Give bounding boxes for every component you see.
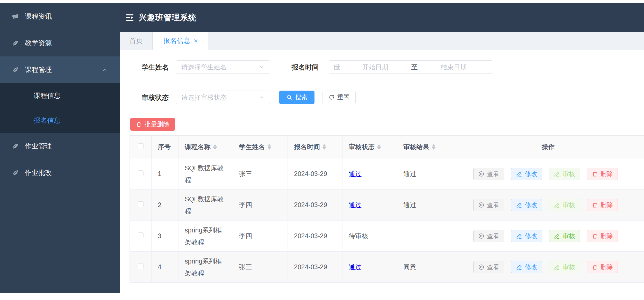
pencil-icon [516, 233, 522, 239]
eye-icon [478, 264, 484, 270]
cell-student: 张三 [233, 252, 288, 283]
row-checkbox[interactable] [138, 232, 144, 238]
row-checkbox[interactable] [138, 201, 144, 207]
sort-carets[interactable] [213, 144, 217, 150]
delete-button[interactable]: 删除 [587, 230, 618, 242]
cell-time: 2024-03-29 [288, 158, 342, 189]
column-header-result: 审核结果 [403, 143, 429, 151]
column-header-course: 课程名称 [185, 143, 211, 151]
pencil-icon [554, 171, 560, 177]
column-header-status: 审核状态 [349, 143, 375, 151]
sidebar-item-homework-management[interactable]: 作业管理 [0, 133, 120, 159]
edit-button[interactable]: 修改 [511, 261, 542, 273]
status-text: 待审核 [349, 232, 368, 239]
audit-button-disabled[interactable]: 审核 [549, 168, 580, 180]
table-row: 2 SQL数据库教程 李四 2024-03-29 通过 通过 查看 修改 审核 … [130, 189, 644, 221]
table-row: 3 spring系列框架教程 李四 2024-03-29 待审核 查看 修改 审… [130, 221, 644, 252]
pencil-icon [554, 233, 560, 239]
calendar-icon [334, 63, 341, 71]
student-name-select[interactable]: 请选择学生姓名 [176, 60, 270, 74]
reset-button[interactable]: 重置 [323, 91, 356, 104]
audit-status-select[interactable]: 请选择审核状态 [176, 91, 270, 104]
megaphone-icon [11, 13, 19, 20]
trash-icon [592, 202, 598, 208]
sidebar-item-signup-info[interactable]: 报名信息 [0, 108, 120, 133]
status-link[interactable]: 通过 [349, 263, 362, 270]
cell-course: SQL数据库教程 [185, 162, 226, 186]
sidebar-item-label: 作业批改 [25, 168, 52, 177]
edit-button[interactable]: 修改 [511, 230, 542, 242]
cell-course: spring系列框架教程 [185, 224, 226, 248]
view-button[interactable]: 查看 [473, 230, 504, 242]
row-checkbox[interactable] [138, 264, 144, 269]
refresh-icon [328, 94, 335, 100]
cell-result [397, 221, 452, 252]
pencil-icon [516, 202, 522, 208]
sidebar-submenu-course-management: 课程信息 报名信息 [0, 83, 120, 133]
edit-button[interactable]: 修改 [511, 199, 542, 211]
audit-button-disabled[interactable]: 审核 [549, 261, 580, 273]
view-button[interactable]: 查看 [473, 199, 504, 211]
end-date-input[interactable]: 结束日期 [419, 63, 488, 71]
table-row: 1 SQL数据库教程 张三 2024-03-29 通过 通过 查看 修改 审核 … [130, 158, 644, 189]
eye-icon [478, 233, 484, 239]
pencil-icon [516, 171, 522, 177]
column-header-student: 学生姓名 [239, 143, 265, 151]
search-button-label: 搜索 [295, 93, 307, 101]
edit-button[interactable]: 修改 [511, 168, 542, 180]
status-link[interactable]: 通过 [349, 201, 362, 208]
view-button[interactable]: 查看 [473, 261, 504, 273]
student-name-label: 学生姓名 [142, 63, 169, 72]
cell-index: 2 [152, 189, 178, 221]
sort-carets[interactable] [377, 144, 381, 150]
leaf-icon [11, 169, 19, 177]
trash-icon [136, 121, 142, 127]
pencil-icon [554, 264, 560, 270]
select-all-checkbox[interactable] [138, 143, 144, 149]
chevron-down-icon [259, 64, 265, 70]
sort-carets[interactable] [323, 144, 326, 150]
sidebar-item-course-news[interactable]: 课程资讯 [0, 3, 120, 30]
status-link[interactable]: 通过 [349, 170, 362, 177]
audit-button[interactable]: 审核 [549, 230, 580, 242]
sidebar-item-course-info[interactable]: 课程信息 [0, 83, 120, 108]
close-icon[interactable]: × [194, 37, 198, 45]
sidebar-item-homework-grading[interactable]: 作业批改 [0, 159, 120, 186]
sort-carets[interactable] [432, 144, 435, 150]
batch-delete-button[interactable]: 批量删除 [130, 118, 175, 131]
signup-time-range-picker[interactable]: 开始日期 至 结束日期 [329, 60, 493, 74]
search-button[interactable]: 搜索 [279, 91, 314, 104]
cell-time: 2024-03-29 [288, 221, 342, 252]
tab-signup-info[interactable]: 报名信息 × [152, 32, 209, 50]
delete-button[interactable]: 删除 [587, 261, 618, 273]
app-window: 课程资讯 教学资源 课程管理 课程信息 报名信息 作业管理 作业批改 [0, 0, 644, 300]
delete-button[interactable]: 删除 [587, 199, 618, 211]
search-icon [286, 94, 292, 100]
date-separator: 至 [410, 63, 419, 71]
sidebar-item-label: 课程资讯 [25, 12, 52, 21]
tab-label: 首页 [129, 36, 143, 45]
cell-course: spring系列框架教程 [185, 255, 226, 279]
row-checkbox[interactable] [138, 170, 144, 176]
audit-button-disabled[interactable]: 审核 [549, 199, 580, 211]
sidebar-item-teaching-resources[interactable]: 教学资源 [0, 30, 120, 56]
sort-carets[interactable] [268, 144, 271, 150]
sidebar-item-course-management[interactable]: 课程管理 [0, 56, 120, 83]
cell-student: 李四 [233, 221, 288, 252]
tab-bar: 首页 报名信息 × [120, 32, 644, 50]
column-header-index: 序号 [158, 143, 171, 151]
view-button[interactable]: 查看 [473, 168, 504, 180]
start-date-input[interactable]: 开始日期 [341, 63, 410, 71]
column-header-actions: 操作 [452, 136, 644, 158]
chevron-down-icon [259, 94, 265, 100]
cell-result: 通过 [397, 189, 452, 221]
cell-index: 4 [152, 252, 178, 283]
menu-unfold-icon[interactable] [125, 13, 134, 22]
trash-icon [592, 264, 598, 270]
tab-home[interactable]: 首页 [120, 32, 152, 50]
cell-student: 李四 [233, 189, 288, 221]
pencil-icon [516, 264, 522, 270]
table-header-row: 序号 课程名称 学生姓名 报名时间 审核状态 审核结果 操作 [130, 136, 644, 158]
delete-button[interactable]: 删除 [587, 168, 618, 180]
app-header: 兴趣班管理系统 zls 【教师 [120, 3, 644, 32]
